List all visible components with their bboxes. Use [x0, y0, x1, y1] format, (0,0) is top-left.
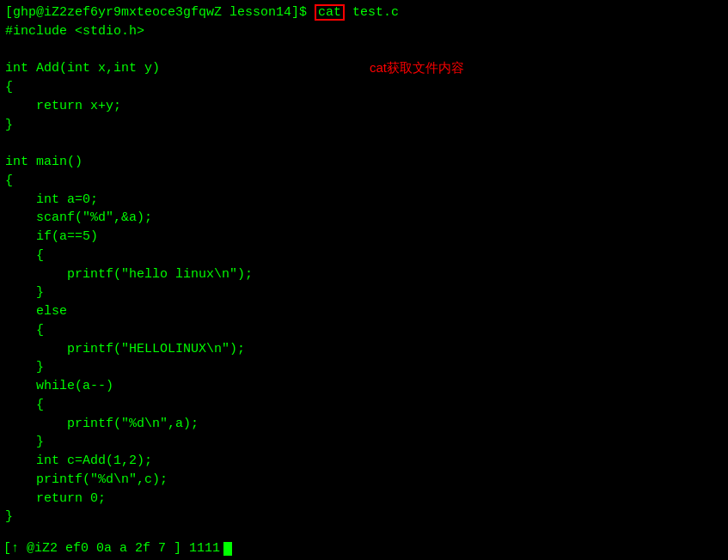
terminal: [ghp@iZ2zef6yr9mxteoce3gfqwZ lesson14]$ … [0, 0, 728, 560]
code-line-1: #include <stdio.h> [5, 22, 723, 41]
code-line-27: } [5, 508, 723, 527]
code-line-18: printf("HELLOLINUX\n"); [5, 340, 723, 359]
code-line-25: printf("%d\n",c); [5, 471, 723, 490]
bottom-bar-text: [↑ @iZ2 ef0 0a a 2f 7 ] 1111 [3, 539, 220, 558]
code-line-4: { [5, 78, 723, 97]
code-line-5: return x+y; [5, 97, 723, 116]
code-line-16: else [5, 302, 723, 321]
code-line-7 [5, 134, 723, 153]
code-line-17: { [5, 321, 723, 340]
code-line-8: int main() [5, 153, 723, 172]
bottom-status-bar: [↑ @iZ2 ef0 0a a 2f 7 ] 1111 [0, 538, 728, 560]
code-line-9: { [5, 172, 723, 191]
command-args: test.c [345, 3, 399, 22]
code-line-21: { [5, 396, 723, 415]
code-line-22: printf("%d\n",a); [5, 415, 723, 434]
cat-command: cat [315, 4, 345, 21]
code-line-12: if(a==5) [5, 228, 723, 247]
code-line-13: { [5, 247, 723, 265]
code-line-2 [5, 41, 723, 60]
code-line-10: int a=0; [5, 191, 723, 210]
code-line-23: } [5, 433, 723, 452]
code-line-11: scanf("%d",&a); [5, 209, 723, 228]
cursor-block [223, 542, 232, 556]
code-line-26: return 0; [5, 490, 723, 508]
cat-annotation: cat获取文件内容 [370, 58, 464, 77]
code-block: #include <stdio.h> int Add(int x,int y) … [5, 22, 723, 527]
code-line-15: } [5, 283, 723, 302]
command-line: [ghp@iZ2zef6yr9mxteoce3gfqwZ lesson14]$ … [5, 3, 723, 22]
prompt: [ghp@iZ2zef6yr9mxteoce3gfqwZ lesson14]$ [5, 3, 315, 22]
code-line-20: while(a--) [5, 377, 723, 396]
code-line-24: int c=Add(1,2); [5, 452, 723, 471]
code-line-6: } [5, 116, 723, 135]
code-line-3: int Add(int x,int y) [5, 59, 723, 78]
code-line-14: printf("hello linux\n"); [5, 265, 723, 284]
code-line-19: } [5, 358, 723, 377]
